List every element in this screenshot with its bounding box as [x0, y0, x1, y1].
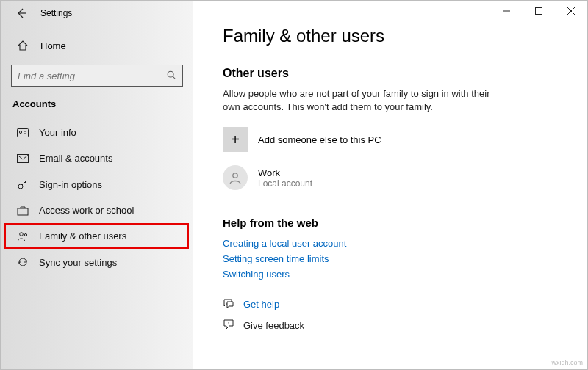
plus-icon: + [223, 127, 248, 152]
svg-line-2 [173, 76, 175, 79]
people-icon [17, 231, 29, 242]
svg-rect-3 [18, 128, 29, 137]
svg-point-12 [20, 232, 24, 236]
search-box[interactable] [11, 65, 183, 87]
window-topbar: Settings [1, 1, 193, 25]
give-feedback-link: Give feedback [243, 320, 304, 331]
sidebar-item-sync-settings[interactable]: Sync your settings [1, 249, 193, 275]
help-link[interactable]: Setting screen time limits [223, 253, 571, 264]
help-link[interactable]: Creating a local user account [223, 238, 571, 249]
user-subtitle: Local account [258, 178, 312, 189]
home-icon [17, 40, 29, 51]
back-icon[interactable] [15, 7, 27, 19]
maximize-button[interactable] [523, 1, 555, 21]
sidebar-item-access-work-school[interactable]: Access work or school [1, 197, 193, 223]
give-feedback-row[interactable]: Give feedback [223, 319, 571, 333]
sidebar-item-your-info[interactable]: Your info [1, 120, 193, 145]
other-users-heading: Other users [223, 67, 571, 80]
briefcase-icon [17, 206, 29, 216]
svg-point-18 [233, 173, 237, 178]
watermark: wxidh.com [551, 359, 583, 366]
sidebar-item-label: Your info [39, 127, 76, 138]
sync-icon [17, 256, 29, 268]
sidebar: Settings Home Accounts Your info E [1, 1, 193, 369]
svg-point-13 [24, 233, 26, 236]
svg-point-1 [168, 71, 173, 77]
page-title: Family & other users [223, 26, 571, 46]
sidebar-group-header: Accounts [1, 97, 193, 120]
chat-icon [223, 297, 234, 311]
other-users-description: Allow people who are not part of your fa… [223, 87, 509, 114]
window-title: Settings [40, 8, 72, 18]
add-user-label: Add someone else to this PC [258, 134, 381, 145]
mail-icon [17, 154, 29, 163]
svg-rect-7 [18, 154, 29, 162]
sidebar-item-label: Sync your settings [39, 257, 117, 268]
sidebar-item-email-accounts[interactable]: Email & accounts [1, 145, 193, 171]
footer-links: Get help Give feedback [223, 297, 571, 333]
search-input[interactable] [18, 70, 166, 81]
svg-line-10 [25, 182, 26, 184]
search-icon [166, 70, 176, 82]
sidebar-item-label: Access work or school [39, 205, 134, 216]
svg-point-4 [19, 131, 21, 133]
user-name: Work [258, 167, 312, 178]
add-user-button[interactable]: + Add someone else to this PC [223, 127, 571, 152]
svg-rect-15 [536, 8, 542, 15]
svg-rect-11 [18, 208, 28, 215]
sidebar-item-signin-options[interactable]: Sign-in options [1, 171, 193, 197]
badge-icon [17, 128, 29, 138]
key-icon [17, 178, 29, 190]
minimize-button[interactable] [490, 1, 523, 21]
close-button[interactable] [555, 1, 587, 21]
sidebar-item-label: Email & accounts [39, 153, 112, 164]
sidebar-home-label: Home [40, 40, 66, 51]
sidebar-item-label: Sign-in options [39, 179, 102, 190]
user-entry[interactable]: Work Local account [223, 165, 571, 190]
avatar-icon [223, 165, 248, 190]
sidebar-home[interactable]: Home [1, 34, 193, 57]
main-content: Family & other users Other users Allow p… [193, 1, 587, 369]
help-links: Creating a local user account Setting sc… [223, 238, 571, 280]
help-link[interactable]: Switching users [223, 269, 571, 280]
sidebar-item-family-other-users[interactable]: Family & other users [4, 223, 189, 249]
sidebar-item-label: Family & other users [39, 231, 126, 242]
svg-point-19 [228, 322, 229, 323]
get-help-link: Get help [243, 299, 279, 310]
window-controls [490, 1, 587, 21]
help-heading: Help from the web [223, 217, 571, 229]
feedback-icon [223, 319, 234, 333]
get-help-row[interactable]: Get help [223, 297, 571, 311]
